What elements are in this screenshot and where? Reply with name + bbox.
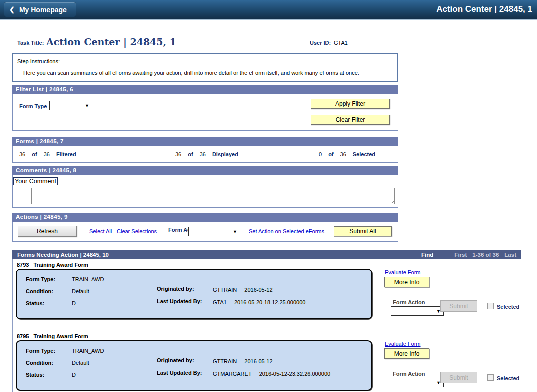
task-title-value: Action Center | 24845, 1 (46, 36, 176, 47)
comments-header: Comments | 24845, 8 (12, 166, 398, 175)
originated-by-value: GTTRAIN 2016-05-12 (213, 358, 273, 364)
displayed-count-group: 36 of 36 Displayed (175, 151, 238, 157)
of-label: of (328, 151, 333, 157)
condition-value: Default (72, 360, 89, 366)
back-button-label: My Homepage (19, 6, 67, 14)
last-updated-by-user: GTA1 (213, 299, 227, 305)
selected-checkbox-label: Selected (497, 375, 519, 381)
filtered-total: 36 (44, 151, 50, 157)
forms-summary-header: Forms | 24845, 7 (12, 137, 398, 146)
filter-list-body: Form Type ▼ Apply Filter Clear Filter (12, 94, 398, 131)
submit-button-disabled[interactable]: Submit (440, 372, 477, 383)
forms-needing-action-body: 8793 Training Award Form Form Type: TRAI… (12, 259, 521, 392)
filter-list-section: Filter List | 24845, 6 Form Type ▼ Apply… (12, 85, 398, 131)
form-summary-card: Form Type: TRAIN_AWD Condition: Default … (16, 269, 372, 319)
form-row-title: 8793 Training Award Form (17, 262, 88, 268)
back-to-homepage-button[interactable]: ❮ My Homepage (4, 2, 76, 17)
forms-needing-action-section: Forms Needing Action | 24845, 10 Find Fi… (12, 250, 521, 392)
form-type-label: Form Type: (26, 276, 55, 282)
selected-checkbox-label: Selected (497, 304, 519, 310)
forms-needing-action-header: Forms Needing Action | 24845, 10 Find Fi… (12, 250, 521, 259)
actions-section: Actions | 24845, 9 Refresh Select All Cl… (12, 213, 398, 242)
user-id-label: User ID: (310, 40, 331, 46)
last-updated-by-date: 2016-05-12-23.32.26.000000 (259, 371, 331, 377)
condition-label: Condition: (26, 288, 53, 294)
last-updated-by-user: GTMARGARET (213, 371, 252, 377)
status-value: D (72, 300, 76, 306)
last-updated-by-value: GTMARGARET 2016-05-12-23.32.26.000000 (213, 371, 330, 377)
submit-all-button[interactable]: Submit All (334, 226, 392, 236)
originated-by-label: Originated by: (157, 357, 194, 363)
actions-header: Actions | 24845, 9 (12, 213, 398, 222)
last-updated-by-label: Last Updated By: (157, 370, 202, 376)
clear-filter-button[interactable]: Clear Filter (311, 115, 390, 125)
forms-summary-body: 36 of 36 Filtered 36 of 36 Displayed 0 o… (12, 146, 398, 163)
form-type-value: TRAIN_AWD (72, 276, 104, 282)
select-all-link[interactable]: Select All (89, 228, 112, 234)
originated-by-date: 2016-05-12 (244, 287, 272, 293)
displayed-total: 36 (200, 151, 206, 157)
form-action-dropdown[interactable]: ▼ (391, 306, 444, 316)
refresh-button[interactable]: Refresh (18, 226, 77, 237)
form-id: 8793 (17, 262, 29, 268)
pager-last-link[interactable]: Last (504, 252, 516, 258)
forms-summary-section: Forms | 24845, 7 36 of 36 Filtered 36 of… (12, 137, 398, 163)
comments-body: Your Comment (12, 175, 398, 208)
your-comment-label: Your Comment (13, 177, 58, 185)
form-action-label: Form Action (393, 371, 425, 377)
form-type-dropdown[interactable]: ▼ (49, 101, 92, 110)
originated-by-value: GTTRAIN 2016-05-12 (213, 287, 273, 293)
filter-list-header: Filter List | 24845, 6 (12, 85, 398, 94)
originated-by-label: Originated by: (157, 286, 194, 292)
evaluate-form-link[interactable]: Evaluate Form (385, 269, 421, 275)
forms-needing-action-title: Forms Needing Action | 24845, 10 (17, 252, 109, 258)
clear-selections-link[interactable]: Clear Selections (117, 228, 157, 234)
form-summary-card: Form Type: TRAIN_AWD Condition: Default … (16, 340, 372, 391)
selected-checkbox[interactable] (487, 374, 494, 381)
set-action-link[interactable]: Set Action on Selected eForms (249, 228, 324, 234)
of-label: of (32, 151, 37, 157)
comments-section: Comments | 24845, 8 Your Comment (12, 166, 398, 208)
step-instructions-text: Here you can scan summaries of all eForm… (23, 70, 393, 76)
form-id: 8795 (17, 333, 29, 339)
form-name: Training Award Form (33, 262, 88, 268)
selected-label: Selected (353, 151, 375, 157)
filtered-label: Filtered (56, 151, 76, 157)
more-info-button[interactable]: More Info (384, 348, 429, 359)
back-chevron-icon: ❮ (9, 6, 15, 13)
form-action-dropdown[interactable]: ▼ (391, 378, 444, 387)
form-row-title: 8795 Training Award Form (17, 333, 88, 339)
step-instructions-label: Step Instructions: (17, 58, 393, 64)
displayed-label: Displayed (212, 151, 238, 157)
comment-textarea-wrap (31, 188, 395, 204)
form-row: 8795 Training Award Form Form Type: TRAI… (13, 331, 521, 392)
form-row: 8793 Training Award Form Form Type: TRAI… (13, 259, 521, 329)
dropdown-arrow-icon: ▼ (85, 103, 89, 108)
form-type-label: Form Type: (26, 348, 55, 354)
selected-count: 0 (319, 151, 322, 157)
pager-range: 1-36 of 36 (472, 252, 499, 258)
filtered-count: 36 (19, 151, 25, 157)
pager: First 1-36 of 36 Last (454, 252, 516, 258)
status-label: Status: (26, 300, 44, 306)
task-title-label: Task Title: (17, 40, 44, 46)
last-updated-by-label: Last Updated By: (157, 298, 202, 304)
selected-checkbox[interactable] (487, 303, 494, 309)
apply-filter-button[interactable]: Apply Filter (311, 99, 390, 109)
pager-first-link[interactable]: First (454, 252, 467, 258)
top-navigation-bar: ❮ My Homepage Action Center | 24845, 1 (0, 0, 537, 20)
of-label: of (188, 151, 193, 157)
form-action-dropdown[interactable]: ▼ (188, 227, 240, 236)
originated-by-user: GTTRAIN (213, 287, 237, 293)
evaluate-form-link[interactable]: Evaluate Form (385, 341, 421, 347)
last-updated-by-value: GTA1 2016-05-20-18.12.25.000000 (213, 299, 305, 305)
user-id-value: GTA1 (334, 40, 348, 46)
actions-body: Refresh Select All Clear Selections Form… (12, 222, 398, 242)
submit-button-disabled[interactable]: Submit (440, 300, 477, 312)
comment-textarea[interactable] (31, 188, 395, 204)
find-link[interactable]: Find (421, 252, 433, 258)
form-type-value: TRAIN_AWD (72, 348, 104, 354)
more-info-button[interactable]: More Info (384, 277, 429, 287)
form-type-label: Form Type (19, 103, 47, 109)
form-name: Training Award Form (33, 333, 88, 339)
